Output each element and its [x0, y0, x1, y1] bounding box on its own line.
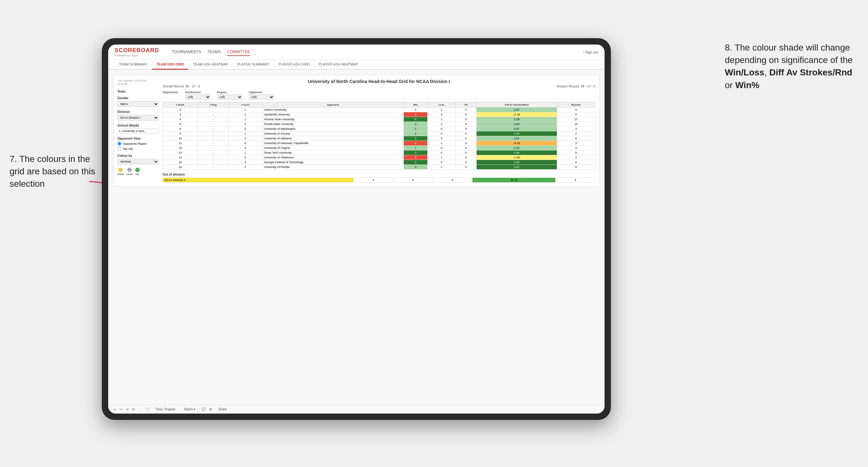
out-of-division-table: NCAA Division II 1 0 0 26.00 3	[163, 178, 595, 183]
table-row: 15 - 4 Georgia Institute of Technology 5…	[163, 160, 595, 165]
cell-rounds: 3	[557, 155, 595, 160]
cell-rounds: 9	[557, 165, 595, 169]
sub-nav-player-summary[interactable]: PLAYER SUMMARY	[232, 60, 274, 70]
cell-tie: 0	[456, 136, 477, 141]
col-opponent: Opponent	[262, 102, 403, 107]
colour-by-section: Colour by Win/loss	[117, 154, 159, 164]
cell-conf: 2	[228, 165, 262, 169]
cell-tie: 0	[456, 160, 477, 165]
cell-tie: 0	[456, 112, 477, 117]
cell-rank: 14	[163, 155, 198, 160]
content-area: Last Updated: 27/03/2024 16:55:38 Team G…	[108, 70, 604, 405]
colour-by-select[interactable]: Win/loss	[117, 159, 159, 164]
cell-loss: 0	[428, 136, 456, 141]
cell-reg: -	[197, 165, 228, 169]
bottom-toolbar: ↩ ↪ ↺ ⧉ … 🕐 View: Original Watch ▾ 💬 ⊞ S…	[108, 405, 604, 413]
toolbar-grid-icon: ⊞	[209, 407, 212, 411]
legend: Down Level Up	[117, 168, 159, 176]
table-row: 6 - 2 Florida State University 4 2 0 1.8…	[163, 122, 595, 127]
legend-label-down: Down	[117, 173, 124, 176]
toolbar-copy[interactable]: ⧉	[132, 407, 134, 411]
toolbar-more[interactable]: …	[138, 407, 142, 411]
school-input[interactable]	[117, 128, 159, 134]
legend-label-up: Up	[135, 173, 139, 176]
out-division-win: 1	[353, 178, 393, 183]
cell-conf: 4	[228, 160, 262, 165]
sub-nav-player-h2h-heatmap[interactable]: PLAYER H2H HEATMAP	[314, 60, 362, 70]
col-loss: Loss	[428, 102, 456, 107]
toolbar-view[interactable]: View: Original	[153, 407, 178, 412]
nav-tournaments[interactable]: TOURNAMENTS	[172, 49, 201, 56]
toolbar-feedback[interactable]: 💬	[202, 407, 206, 411]
cell-rank: 6	[163, 122, 198, 127]
sub-nav-team-summary[interactable]: TEAM SUMMARY	[115, 60, 152, 70]
filter-opponents: Opponents:	[163, 91, 179, 100]
toolbar-redo[interactable]: ↪	[120, 407, 122, 411]
cell-conf: 5	[228, 136, 262, 141]
last-updated: Last Updated: 27/03/2024 16:55:38	[117, 79, 159, 86]
filters-row: Opponents: Conference (All) Region (All)	[163, 91, 595, 100]
radio-group: Opponents Played Top 100	[117, 142, 159, 151]
cell-rank: 3	[163, 112, 198, 117]
col-reg: # Reg	[197, 102, 228, 107]
table-row: 9 - 1 University of Arizona 1 0 0 9.00 2	[163, 131, 595, 136]
radio-top-100[interactable]: Top 100	[117, 147, 159, 151]
last-updated-time: 16:55:38	[117, 83, 159, 86]
division-select[interactable]: NCAA Division I	[117, 115, 159, 121]
cell-diff: 2.61	[477, 136, 557, 141]
annotation-right-prefix: 8. The colour shade will change dependin…	[725, 43, 853, 65]
cell-diff: 5.56	[477, 151, 557, 155]
cell-conf: 2	[228, 112, 262, 117]
grid-subtitle: Overall Record: 89 - 17 - 0 Division Rec…	[163, 85, 595, 88]
conference-select[interactable]: (All)	[185, 94, 211, 100]
sub-nav-team-h2h-heatmap[interactable]: TEAM H2H HEATMAP	[188, 60, 232, 70]
region-select[interactable]: (All)	[217, 94, 243, 100]
cell-diff: -1.00	[477, 155, 557, 160]
cell-reg: -	[197, 136, 228, 141]
cell-tie: 0	[456, 122, 477, 127]
division-label: Division	[117, 110, 159, 114]
cell-win: 5	[403, 160, 428, 165]
conference-label: Conference	[185, 91, 211, 94]
toolbar-refresh[interactable]: ↺	[126, 407, 128, 411]
radio-opponents-played[interactable]: Opponents Played	[117, 142, 159, 146]
cell-opponent: University of Arkansas, Fayetteville	[262, 141, 403, 146]
cell-loss: 0	[428, 127, 456, 131]
opponent-select[interactable]: (All)	[249, 94, 274, 100]
cell-win: 0	[403, 112, 428, 117]
cell-loss: 1	[428, 141, 456, 146]
cell-opponent: Georgia Institute of Technology	[262, 160, 403, 165]
cell-tie: 0	[456, 127, 477, 131]
annotation-right-sep2: or	[725, 80, 735, 90]
sub-nav-team-h2h-grid[interactable]: TEAM H2H GRID	[152, 60, 189, 70]
annotation-right-sep1: ,	[764, 67, 769, 77]
gender-section: Gender Men's	[117, 96, 159, 107]
table-row: 13 - 1 Texas Tech University 3 0 0 5.56 …	[163, 151, 595, 155]
col-win: Win	[403, 102, 428, 107]
gender-select[interactable]: Men's	[117, 101, 159, 107]
opponents-label: Opponents:	[163, 91, 179, 94]
toolbar-undo[interactable]: ↩	[113, 407, 116, 411]
cell-rounds: 3	[557, 127, 595, 131]
cell-opponent: University of Washington	[262, 127, 403, 131]
grid-title: University of North Carolina Head-to-Hea…	[163, 79, 595, 84]
toolbar-watch[interactable]: Watch ▾	[182, 407, 198, 412]
cell-loss: 0	[428, 131, 456, 136]
cell-loss: 0	[428, 151, 456, 155]
toolbar-share[interactable]: Share	[216, 407, 229, 412]
cell-reg: -	[197, 112, 228, 117]
tablet-screen: SCOREBOARD Powered by clippd TOURNAMENTS…	[108, 44, 604, 413]
team-label: Team	[117, 90, 159, 93]
cell-tie: 0	[456, 151, 477, 155]
sub-nav: TEAM SUMMARY TEAM H2H GRID TEAM H2H HEAT…	[108, 60, 604, 70]
cell-win: 3	[403, 165, 428, 169]
cell-reg: -	[197, 122, 228, 127]
nav-committee[interactable]: COMMITTEE	[227, 49, 250, 56]
sign-out[interactable]: | Sign out	[584, 50, 598, 54]
col-conf: # Conf	[228, 102, 262, 107]
school-section: School (Rank)	[117, 124, 159, 134]
sub-nav-player-h2h-grid[interactable]: PLAYER H2H GRID	[274, 60, 314, 70]
cell-conf: 6	[228, 141, 262, 146]
cell-opponent: Florida State University	[262, 122, 403, 127]
nav-teams[interactable]: TEAMS	[208, 49, 220, 56]
